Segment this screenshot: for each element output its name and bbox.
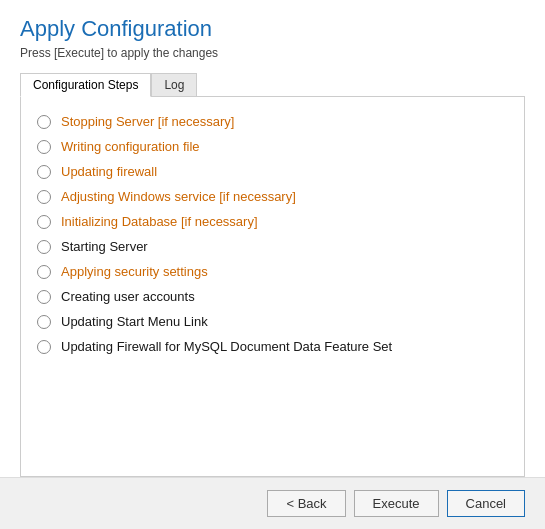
execute-button[interactable]: Execute [354, 490, 439, 517]
radio-circle-icon [37, 190, 51, 204]
tab-log[interactable]: Log [151, 73, 197, 97]
step-item: Writing configuration file [37, 134, 508, 159]
footer-buttons: < Back Execute Cancel [0, 477, 545, 529]
step-item: Initializing Database [if necessary] [37, 209, 508, 234]
radio-circle-icon [37, 240, 51, 254]
radio-circle-icon [37, 165, 51, 179]
step-item: Updating Firewall for MySQL Document Dat… [37, 334, 508, 359]
radio-circle-icon [37, 115, 51, 129]
step-label: Updating Start Menu Link [61, 314, 208, 329]
step-item: Starting Server [37, 234, 508, 259]
apply-configuration-dialog: Apply Configuration Press [Execute] to a… [0, 0, 545, 529]
step-item: Stopping Server [if necessary] [37, 109, 508, 134]
tabs-bar: Configuration Steps Log [0, 72, 545, 96]
radio-circle-icon [37, 315, 51, 329]
dialog-subtitle: Press [Execute] to apply the changes [20, 46, 525, 60]
step-label: Initializing Database [if necessary] [61, 214, 258, 229]
dialog-header: Apply Configuration Press [Execute] to a… [0, 0, 545, 72]
step-label: Adjusting Windows service [if necessary] [61, 189, 296, 204]
steps-content: Stopping Server [if necessary]Writing co… [20, 96, 525, 477]
radio-circle-icon [37, 265, 51, 279]
tab-configuration-steps[interactable]: Configuration Steps [20, 73, 151, 97]
step-item: Updating firewall [37, 159, 508, 184]
step-label: Writing configuration file [61, 139, 200, 154]
cancel-button[interactable]: Cancel [447, 490, 525, 517]
step-item: Applying security settings [37, 259, 508, 284]
back-button[interactable]: < Back [267, 490, 345, 517]
step-item: Adjusting Windows service [if necessary] [37, 184, 508, 209]
step-item: Updating Start Menu Link [37, 309, 508, 334]
step-label: Applying security settings [61, 264, 208, 279]
step-item: Creating user accounts [37, 284, 508, 309]
step-label: Creating user accounts [61, 289, 195, 304]
step-label: Stopping Server [if necessary] [61, 114, 234, 129]
step-label: Updating Firewall for MySQL Document Dat… [61, 339, 392, 354]
step-label: Starting Server [61, 239, 148, 254]
radio-circle-icon [37, 215, 51, 229]
radio-circle-icon [37, 340, 51, 354]
dialog-title: Apply Configuration [20, 16, 525, 42]
radio-circle-icon [37, 290, 51, 304]
step-label: Updating firewall [61, 164, 157, 179]
radio-circle-icon [37, 140, 51, 154]
